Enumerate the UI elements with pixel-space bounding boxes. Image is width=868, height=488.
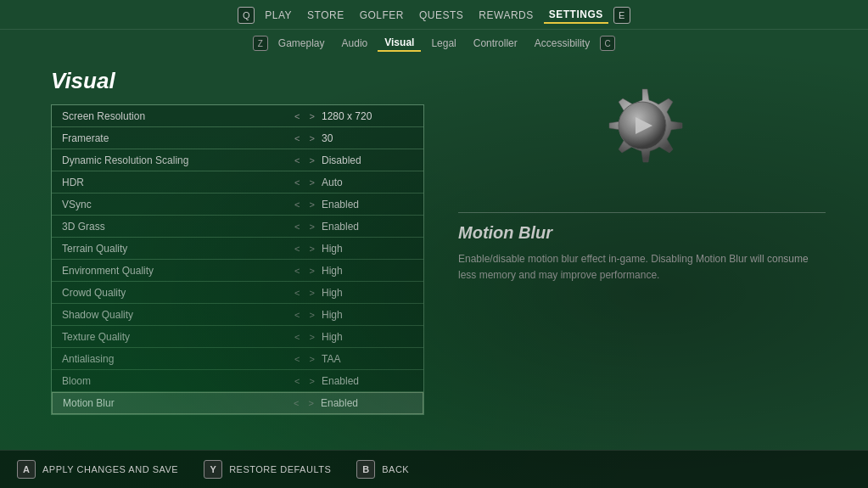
setting-arrows[interactable]: < > bbox=[288, 155, 322, 165]
bottom-bar: A APPLY CHANGES AND SAVE Y RESTORE DEFAU… bbox=[0, 450, 868, 488]
settings-row[interactable]: Texture Quality < > High bbox=[52, 326, 423, 348]
nav-quests[interactable]: QUESTS bbox=[414, 8, 468, 23]
settings-row[interactable]: 3D Grass < > Enabled bbox=[52, 216, 423, 238]
setting-arrows[interactable]: < > bbox=[288, 199, 322, 210]
detail-divider bbox=[458, 212, 826, 213]
setting-arrows[interactable]: < > bbox=[288, 222, 322, 232]
setting-value: 30 bbox=[322, 132, 423, 144]
bottom-action[interactable]: Y RESTORE DEFAULTS bbox=[204, 460, 331, 479]
settings-row[interactable]: Dynamic Resolution Scaling < > Disabled bbox=[52, 149, 423, 171]
setting-arrows[interactable]: < > bbox=[287, 398, 321, 408]
action-key: A bbox=[17, 460, 36, 479]
nav-rewards[interactable]: REWARDS bbox=[473, 8, 538, 23]
sub-nav-controller[interactable]: Controller bbox=[467, 36, 524, 51]
settings-row[interactable]: Crowd Quality < > High bbox=[52, 282, 423, 304]
setting-name: Terrain Quality bbox=[52, 243, 288, 255]
action-label: BACK bbox=[382, 464, 409, 474]
settings-row[interactable]: Shadow Quality < > High bbox=[52, 304, 423, 326]
setting-value: TAA bbox=[322, 353, 423, 365]
setting-name: Crowd Quality bbox=[52, 287, 288, 299]
sub-nav-gameplay[interactable]: Gameplay bbox=[272, 36, 332, 51]
detail-description: Enable/disable motion blur effect in-gam… bbox=[458, 251, 826, 283]
gear-icon-container bbox=[583, 76, 702, 195]
settings-row[interactable]: Terrain Quality < > High bbox=[52, 238, 423, 260]
nav-store[interactable]: STORE bbox=[302, 8, 350, 23]
setting-value: Enabled bbox=[322, 375, 423, 387]
settings-row[interactable]: Screen Resolution < > 1280 x 720 bbox=[52, 105, 423, 127]
nav-settings[interactable]: SETTINGS bbox=[544, 7, 608, 24]
setting-arrows[interactable]: < > bbox=[288, 288, 322, 298]
settings-row[interactable]: Motion Blur < > Enabled bbox=[52, 392, 423, 414]
setting-value: Disabled bbox=[322, 154, 423, 166]
setting-name: 3D Grass bbox=[52, 221, 288, 233]
setting-name: Motion Blur bbox=[53, 397, 287, 409]
setting-arrows[interactable]: < > bbox=[288, 354, 322, 364]
setting-arrows[interactable]: < > bbox=[288, 310, 322, 320]
setting-arrows[interactable]: < > bbox=[288, 332, 322, 342]
setting-name: Screen Resolution bbox=[52, 110, 288, 122]
gear-play-icon bbox=[583, 76, 702, 195]
setting-value: High bbox=[322, 243, 423, 255]
detail-title: Motion Blur bbox=[458, 223, 552, 243]
bottom-action[interactable]: A APPLY CHANGES AND SAVE bbox=[17, 460, 178, 479]
setting-arrows[interactable]: < > bbox=[288, 376, 322, 386]
sub-nav-right-key: C bbox=[600, 36, 615, 51]
setting-name: Framerate bbox=[52, 132, 288, 144]
left-panel: Visual Screen Resolution < > 1280 x 720 … bbox=[51, 68, 424, 407]
action-label: APPLY CHANGES AND SAVE bbox=[42, 464, 178, 474]
setting-value: High bbox=[322, 309, 423, 321]
setting-value: Auto bbox=[322, 177, 423, 188]
setting-value: 1280 x 720 bbox=[322, 110, 423, 122]
main-content: Visual Screen Resolution < > 1280 x 720 … bbox=[0, 55, 868, 416]
settings-table: Screen Resolution < > 1280 x 720 Framera… bbox=[51, 104, 424, 415]
setting-name: Environment Quality bbox=[52, 265, 288, 277]
sub-nav-legal[interactable]: Legal bbox=[424, 36, 462, 51]
sub-nav-audio[interactable]: Audio bbox=[335, 36, 375, 51]
setting-arrows[interactable]: < > bbox=[288, 266, 322, 276]
setting-name: Dynamic Resolution Scaling bbox=[52, 154, 288, 166]
setting-value: Enabled bbox=[322, 221, 423, 233]
setting-arrows[interactable]: < > bbox=[288, 133, 322, 143]
settings-row[interactable]: Environment Quality < > High bbox=[52, 260, 423, 282]
settings-row[interactable]: Bloom < > Enabled bbox=[52, 370, 423, 392]
section-title: Visual bbox=[51, 68, 424, 94]
setting-name: Bloom bbox=[52, 375, 288, 387]
nav-left-key: Q bbox=[238, 7, 255, 24]
setting-name: Texture Quality bbox=[52, 331, 288, 343]
nav-golfer[interactable]: GOLFER bbox=[355, 8, 409, 23]
setting-name: VSync bbox=[52, 199, 288, 210]
setting-name: HDR bbox=[52, 177, 288, 188]
settings-row[interactable]: HDR < > Auto bbox=[52, 171, 423, 194]
settings-row[interactable]: Framerate < > 30 bbox=[52, 127, 423, 149]
action-label: RESTORE DEFAULTS bbox=[229, 464, 331, 474]
setting-name: Shadow Quality bbox=[52, 309, 288, 321]
setting-value: High bbox=[322, 287, 423, 299]
right-panel: Motion Blur Enable/disable motion blur e… bbox=[458, 68, 826, 407]
action-key: B bbox=[356, 460, 375, 479]
setting-value: Enabled bbox=[321, 397, 423, 409]
setting-value: High bbox=[322, 265, 423, 277]
setting-arrows[interactable]: < > bbox=[288, 111, 322, 121]
top-nav: Q PLAY STORE GOLFER QUESTS REWARDS SETTI… bbox=[0, 0, 868, 30]
settings-row[interactable]: VSync < > Enabled bbox=[52, 194, 423, 216]
setting-arrows[interactable]: < > bbox=[288, 177, 322, 188]
bottom-action[interactable]: B BACK bbox=[356, 460, 409, 479]
setting-arrows[interactable]: < > bbox=[288, 244, 322, 254]
nav-right-key: E bbox=[613, 7, 630, 24]
action-key: Y bbox=[204, 460, 222, 479]
setting-value: High bbox=[322, 331, 423, 343]
setting-value: Enabled bbox=[322, 199, 423, 210]
sub-nav-visual[interactable]: Visual bbox=[378, 35, 421, 52]
settings-row[interactable]: Antialiasing < > TAA bbox=[52, 348, 423, 370]
sub-nav: Z Gameplay Audio Visual Legal Controller… bbox=[0, 30, 868, 55]
sub-nav-accessibility[interactable]: Accessibility bbox=[528, 36, 596, 51]
nav-play[interactable]: PLAY bbox=[260, 8, 297, 23]
setting-name: Antialiasing bbox=[52, 353, 288, 365]
sub-nav-left-key: Z bbox=[253, 36, 268, 51]
